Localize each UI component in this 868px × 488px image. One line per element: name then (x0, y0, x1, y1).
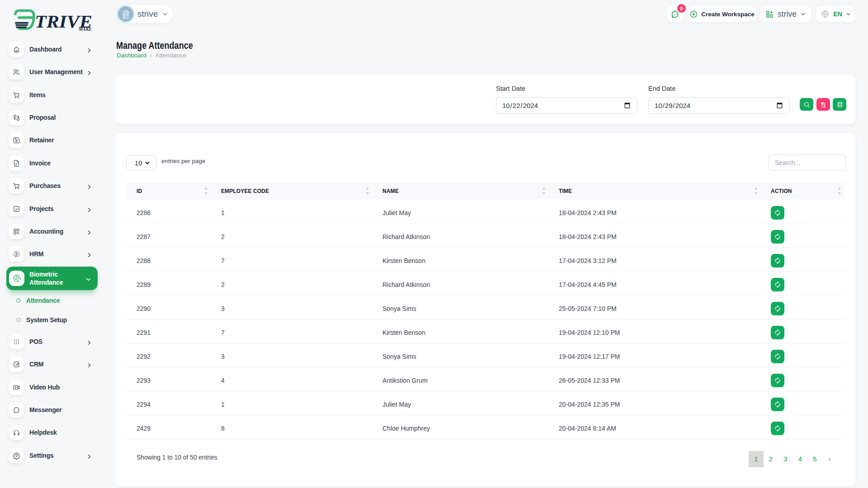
svg-text:MAKE: MAKE (78, 27, 92, 32)
